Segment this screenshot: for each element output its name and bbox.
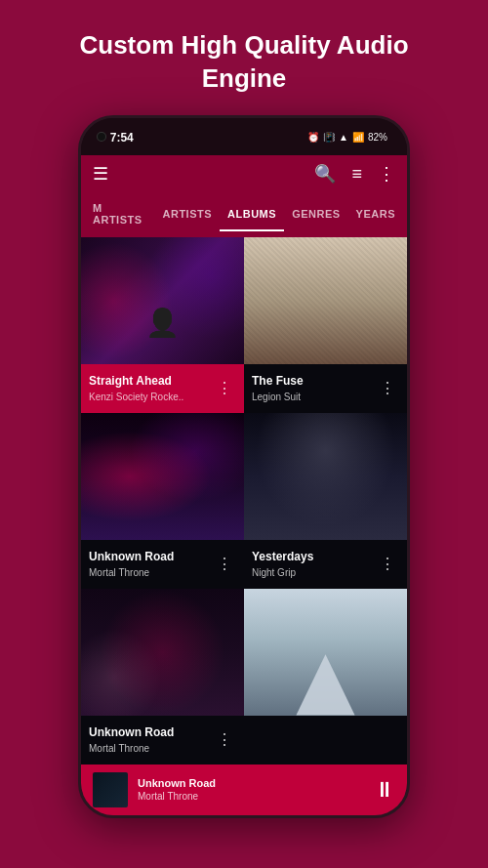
album-title-3: Unknown Road (89, 550, 213, 565)
toolbar-icons: 🔍 ≡ ⋮ (314, 165, 395, 183)
album-card-the-fuse[interactable]: The Fuse Legion Suit ⋮ (244, 237, 407, 413)
album-more-2[interactable]: ⋮ (376, 375, 399, 401)
status-icons: ⏰ 📳 ▲ 📶 82% (307, 132, 387, 143)
album-card-yesterdays[interactable]: Yesterdays Night Grip ⋮ (244, 413, 407, 589)
album-artist-2: Legion Suit (252, 392, 376, 402)
filter-icon[interactable]: ≡ (351, 165, 362, 183)
now-playing-art (93, 772, 128, 807)
album-artist-1: Kenzi Society Rocke.. (89, 392, 213, 402)
album-more-5[interactable]: ⋮ (213, 726, 236, 753)
vibrate-icon: 📳 (323, 132, 335, 143)
album-title-1: Straight Ahead (89, 374, 213, 390)
app-content: ☰ 🔍 ≡ ⋮ M ARTISTS ARTISTS ALBUMS GENRES … (81, 155, 407, 815)
now-playing-bar[interactable]: Unknown Road Mortal Throne ⏸ (81, 765, 407, 815)
camera-dot (97, 132, 106, 142)
wifi-icon: ▲ (339, 132, 348, 143)
album-more-1[interactable]: ⋮ (213, 375, 236, 401)
page-header: Custom High Quality Audio Engine (0, 0, 488, 115)
album-artist-5: Mortal Throne (89, 743, 213, 754)
play-pause-button[interactable]: ⏸ (374, 777, 395, 803)
phone-frame: 7:54 ⏰ 📳 ▲ 📶 82% ☰ 🔍 ≡ ⋮ M ARTISTS (78, 115, 410, 818)
tab-m-artists[interactable]: M ARTISTS (85, 192, 155, 235)
album-card-unknown-road[interactable]: Unknown Road Mortal Throne ⋮ (81, 413, 244, 589)
now-playing-info: Unknown Road Mortal Throne (138, 777, 374, 802)
phone-notch: 7:54 ⏰ 📳 ▲ 📶 82% (81, 118, 407, 155)
tab-bar: M ARTISTS ARTISTS ALBUMS GENRES YEARS (81, 192, 407, 237)
status-bar: 7:54 ⏰ 📳 ▲ 📶 82% (106, 129, 391, 145)
status-time: 7:54 (110, 131, 134, 145)
toolbar: ☰ 🔍 ≡ ⋮ (81, 155, 407, 192)
tab-albums[interactable]: ALBUMS (220, 198, 284, 229)
tab-years[interactable]: YEARS (348, 198, 403, 229)
toolbar-left: ☰ (93, 165, 108, 183)
now-playing-title: Unknown Road (138, 777, 374, 789)
now-playing-artist: Mortal Throne (138, 791, 374, 802)
more-options-icon[interactable]: ⋮ (378, 165, 395, 183)
albums-grid: Straight Ahead Kenzi Society Rocke.. ⋮ T… (81, 237, 407, 765)
tab-artists[interactable]: ARTISTS (155, 198, 221, 229)
album-card-extra[interactable] (244, 589, 407, 765)
album-artist-3: Mortal Throne (89, 567, 213, 578)
battery-level: 82% (368, 132, 387, 143)
album-more-4[interactable]: ⋮ (376, 551, 399, 577)
alarm-icon: ⏰ (307, 132, 319, 143)
album-title-2: The Fuse (252, 374, 376, 390)
signal-icon: 📶 (352, 132, 364, 143)
album-title-4: Yesterdays (252, 550, 376, 565)
search-icon[interactable]: 🔍 (314, 165, 336, 183)
album-more-3[interactable]: ⋮ (213, 551, 236, 577)
album-title-5: Unknown Road (89, 725, 213, 741)
menu-icon[interactable]: ☰ (93, 165, 108, 183)
album-card-straight-ahead[interactable]: Straight Ahead Kenzi Society Rocke.. ⋮ (81, 237, 244, 413)
tab-genres[interactable]: GENRES (284, 198, 347, 229)
album-artist-4: Night Grip (252, 567, 376, 578)
album-card-unknown-road-2[interactable]: Unknown Road Mortal Throne ⋮ (81, 589, 244, 765)
